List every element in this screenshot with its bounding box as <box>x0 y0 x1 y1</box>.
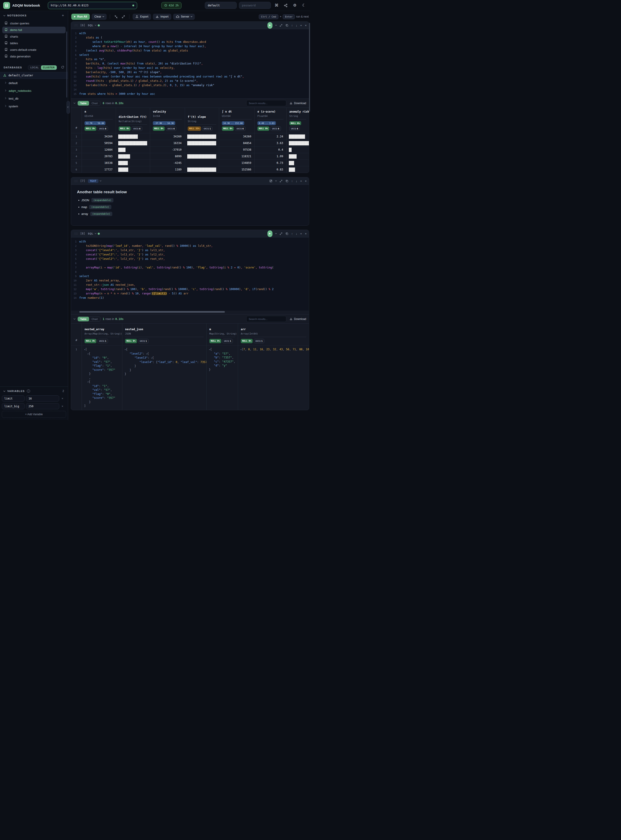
run-cell-button[interactable] <box>267 230 273 237</box>
run-cell-button[interactable] <box>267 22 273 29</box>
sidebar-notebook-item[interactable]: tables <box>2 40 66 47</box>
export-button[interactable]: Export <box>133 14 151 20</box>
expand-cell-icon[interactable] <box>280 232 282 235</box>
download-results-button[interactable]: Download <box>289 102 306 105</box>
table-row[interactable]: 42078380991183211.09 <box>71 153 309 159</box>
json-tree-cell[interactable]: ▾{ "a": "57", "b": "7357", "c": "47357",… <box>206 346 238 410</box>
password-input[interactable] <box>239 2 271 9</box>
username-input[interactable] <box>205 2 237 9</box>
drag-handle-icon[interactable]: ⋮⋮ <box>74 180 77 182</box>
db-scope-toggle[interactable]: LOCAL CLUSTER <box>28 65 57 70</box>
copy-cell-icon[interactable] <box>285 24 288 27</box>
server-button[interactable]: Server <box>173 14 195 20</box>
refresh-icon[interactable] <box>61 66 64 69</box>
sidebar-database-item[interactable]: adqm_notebooks <box>2 87 66 94</box>
results-view-tabs[interactable]: Table Chart <box>77 317 100 321</box>
column-header[interactable]: anomaly riskStringNULL 0%UNIQ6 <box>286 108 309 133</box>
chevron-down-icon[interactable] <box>276 234 277 234</box>
move-cell-up-icon[interactable]: ↑ <box>291 232 293 235</box>
chevron-down-icon[interactable] <box>3 390 5 391</box>
search-results-input[interactable] <box>246 100 286 106</box>
move-cell-down-icon[interactable]: ↓ <box>296 232 297 235</box>
json-tree-cell[interactable]: ▾[ ▾{ "id": "0", "val": "57", "flag": "1… <box>82 346 122 410</box>
table-row[interactable]: 61772711891525860.83 <box>71 166 309 173</box>
add-cell-icon[interactable]: + <box>300 24 302 27</box>
move-cell-up-icon[interactable]: ↑ <box>291 179 293 183</box>
move-cell-up-icon[interactable]: ↑ <box>291 24 293 27</box>
remove-variable-icon[interactable]: × <box>61 405 64 408</box>
column-header[interactable]: σ (z-score)Float640.40 .. 3.63NULL 0%UNI… <box>254 108 286 133</box>
copy-cell-icon[interactable] <box>285 232 288 235</box>
tab-chart[interactable]: Chart <box>89 101 100 106</box>
cell-language-select[interactable]: SQL <box>88 24 100 27</box>
add-notebook-button[interactable]: + <box>62 14 64 18</box>
column-header[interactable]: nested_jsonJSONNULL 0%UNIQ1 <box>122 324 206 346</box>
add-cell-icon[interactable]: + <box>300 179 302 183</box>
share-icon[interactable] <box>282 4 289 7</box>
column-header[interactable]: nUInt6412.7K .. 50.6KNULL 0%UNIQ6 <box>82 108 116 133</box>
sidebar-database-item[interactable]: default <box>2 79 66 86</box>
variable-name-input[interactable] <box>2 403 24 409</box>
column-header[interactable]: ∫ n dtUInt6434.3K .. 152.6KNULL 0%UNIQ6 <box>219 108 254 133</box>
run-all-button[interactable]: Run All <box>71 14 90 20</box>
column-header[interactable]: arrArray(Int64)NULL 0%UNIQ1 <box>238 324 309 346</box>
results-view-tabs[interactable]: Table Chart <box>77 101 100 106</box>
column-header[interactable]: velocityInt64-37.9K .. 34.3KNULL 0%UNIQ6 <box>150 108 185 133</box>
cell-language-select[interactable]: SQL <box>88 232 100 235</box>
add-cell-icon[interactable]: + <box>300 232 302 235</box>
json-tree-cell[interactable]: ▾[7, 8, 11, 16, 23, 32, 43, 56, 71, 88, … <box>238 346 309 410</box>
move-cell-down-icon[interactable]: ↓ <box>296 179 297 183</box>
notebooks-section-header[interactable]: NOTEBOOKS + <box>0 11 68 20</box>
move-cell-down-icon[interactable]: ↓ <box>296 24 297 27</box>
sidebar-collapse-handle[interactable] <box>67 101 70 114</box>
drag-handle-icon[interactable]: ⋮⋮ <box>74 24 77 27</box>
sidebar-notebook-item[interactable]: cluster queries <box>2 20 66 27</box>
sql-editor[interactable]: 1with2 stats as (3 select toStartOfHour(… <box>71 29 309 99</box>
collapse-all-icon[interactable] <box>113 15 119 18</box>
tab-table[interactable]: Table <box>78 317 89 321</box>
collapse-results-icon[interactable] <box>74 102 76 104</box>
collapse-results-icon[interactable] <box>74 318 76 320</box>
tab-chart[interactable]: Chart <box>89 317 100 321</box>
search-results-input[interactable] <box>246 316 286 322</box>
column-header[interactable]: nested_arrayArray(Map(String, String))NU… <box>82 324 122 346</box>
server-url-input[interactable]: http://10.92.40.6:8123 <box>48 2 137 9</box>
horizontal-scrollbar[interactable] <box>79 311 307 313</box>
column-header[interactable]: f'(t) slopeStringNULL 33%UNIQ1 <box>185 108 219 133</box>
command-menu-icon[interactable]: ⌘ <box>273 3 280 8</box>
sidebar-notebook-item[interactable]: charts <box>2 33 66 40</box>
table-row[interactable]: 13426034260342602.24 <box>71 133 309 140</box>
sidebar-notebook-item[interactable]: demo full <box>2 27 66 33</box>
column-header[interactable]: distribution f(t)Nullable(String)NULL 0%… <box>116 108 150 133</box>
expandable-badge[interactable]: (expandable) <box>90 212 112 216</box>
copy-cell-icon[interactable] <box>285 180 288 182</box>
table-row[interactable]: 516538-42451348590.73 <box>71 159 309 166</box>
sidebar-database-item[interactable]: test_db <box>2 95 66 102</box>
close-cell-icon[interactable]: × <box>305 232 307 235</box>
expand-all-icon[interactable] <box>121 15 126 18</box>
settings-gear-icon[interactable]: ⚙ <box>291 3 298 8</box>
toggle-local[interactable]: LOCAL <box>28 65 41 70</box>
expand-cell-icon[interactable] <box>280 180 282 182</box>
table-row[interactable]: 312684-37910975380.4 <box>71 146 309 153</box>
drag-handle-icon[interactable]: ⋮⋮ <box>74 232 77 235</box>
column-header[interactable]: mMap(String, String)NULL 0%UNIQ1 <box>206 324 238 346</box>
json-tree-cell[interactable]: ▾{ "level2": ▾{ "level3": ▾{ "level4": {… <box>122 346 206 410</box>
expandable-badge[interactable]: (expandable) <box>91 198 114 202</box>
toggle-cluster[interactable]: CLUSTER <box>41 65 57 70</box>
chevron-down-icon[interactable] <box>276 25 277 26</box>
info-icon[interactable]: i <box>27 390 30 393</box>
sidebar-scrollbar[interactable] <box>66 32 67 97</box>
clear-button[interactable]: Clear <box>92 14 107 20</box>
download-results-button[interactable]: Download <box>289 317 306 321</box>
variable-name-input[interactable] <box>2 396 24 402</box>
close-cell-icon[interactable]: × <box>305 24 307 27</box>
sql-editor[interactable]: 1with2 toJSONString(map('leaf_id', numbe… <box>71 238 309 311</box>
expand-cell-icon[interactable] <box>280 24 282 27</box>
sidebar-notebook-item[interactable]: users-default-create <box>2 47 66 53</box>
variable-value-input[interactable] <box>26 403 59 409</box>
sidebar-database-item[interactable]: system <box>2 103 66 110</box>
page-scrollbar[interactable] <box>309 23 310 112</box>
theme-moon-icon[interactable]: ☾ <box>300 3 307 8</box>
sidebar-notebook-item[interactable]: data generation <box>2 53 66 60</box>
